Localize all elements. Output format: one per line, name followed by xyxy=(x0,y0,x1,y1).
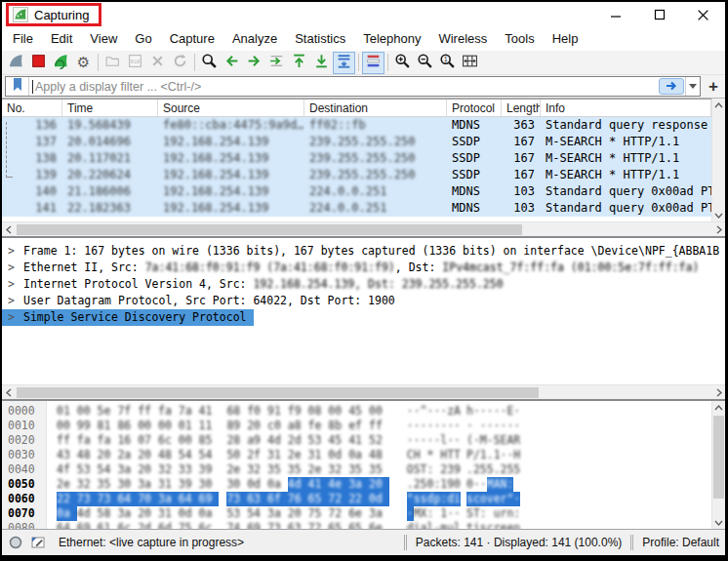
hex-byte[interactable]: 6c xyxy=(199,521,220,529)
hex-byte[interactable]: 20 xyxy=(138,448,158,462)
hex-byte[interactable]: 2d xyxy=(288,433,308,448)
display-filter-box[interactable]: Apply a display filter ... <Ctrl-/> xyxy=(5,76,701,97)
ascii-char[interactable]: . xyxy=(494,462,501,477)
ascii-char[interactable]: · xyxy=(494,404,501,419)
hex-byte[interactable]: 86 xyxy=(117,419,138,433)
ascii-char[interactable]: 5 xyxy=(513,462,520,477)
ascii-char[interactable]: · xyxy=(513,419,520,433)
ascii-char[interactable]: d xyxy=(407,521,414,529)
menu-item-file[interactable]: File xyxy=(4,27,42,51)
hex-byte[interactable]: 73 xyxy=(267,521,288,529)
hex-byte[interactable]: 22 xyxy=(348,492,369,506)
ascii-char[interactable]: S xyxy=(466,506,473,521)
ascii-char[interactable]: · xyxy=(494,419,501,433)
hex-row[interactable]: 00502e3235303a313930300d0a4d414e3a20.250… xyxy=(2,477,520,492)
go-to-bottom-button[interactable] xyxy=(310,52,333,74)
start-capture-button[interactable] xyxy=(5,52,27,74)
hex-byte[interactable]: 3a xyxy=(267,506,288,521)
hex-byte[interactable]: fa xyxy=(158,404,179,419)
ascii-char[interactable]: ( xyxy=(466,433,473,448)
hex-byte[interactable]: 81 xyxy=(98,419,118,433)
ascii-char[interactable]: 1 xyxy=(494,448,501,462)
ascii-char[interactable]: · xyxy=(466,419,473,433)
hex-byte[interactable]: 6c xyxy=(158,433,179,448)
scroll-thumb[interactable] xyxy=(17,224,522,235)
hex-byte[interactable]: 35 xyxy=(267,462,288,477)
hex-byte[interactable]: 31 xyxy=(158,506,179,521)
ascii-char[interactable]: · xyxy=(513,404,520,419)
hex-byte[interactable]: 64 xyxy=(117,492,138,506)
hex-byte[interactable]: c0 xyxy=(267,419,288,433)
find-packet-button[interactable] xyxy=(198,52,221,74)
hex-byte[interactable]: 20 xyxy=(369,477,389,492)
close-button[interactable] xyxy=(681,2,725,27)
hex-byte[interactable]: 4d xyxy=(267,433,288,448)
ascii-char[interactable]: · xyxy=(454,433,461,448)
go-back-button[interactable] xyxy=(221,52,243,74)
ascii-char[interactable]: P xyxy=(466,448,473,462)
ascii-char[interactable]: · xyxy=(487,419,494,433)
hex-byte[interactable]: 54 xyxy=(247,506,267,521)
hex-byte[interactable]: 3a xyxy=(348,477,369,492)
ascii-char[interactable]: · xyxy=(480,404,487,419)
hex-byte[interactable]: 61 xyxy=(98,521,118,529)
ascii-char[interactable]: · xyxy=(473,404,480,419)
hex-byte[interactable]: 76 xyxy=(288,492,308,506)
hex-byte[interactable]: f0 xyxy=(247,404,267,419)
detail-line[interactable]: >User Datagram Protocol, Src Port: 64022… xyxy=(2,293,725,309)
hex-byte[interactable]: 75 xyxy=(179,521,199,529)
hex-byte[interactable]: 45 xyxy=(348,404,369,419)
ascii-char[interactable]: · xyxy=(414,433,421,448)
filter-apply-button[interactable] xyxy=(659,78,684,95)
expander-icon[interactable]: > xyxy=(8,276,23,293)
ascii-char[interactable]: * xyxy=(426,448,433,462)
bytes-vscrollbar[interactable] xyxy=(711,401,725,529)
hex-byte[interactable]: 00 xyxy=(57,419,77,433)
auto-scroll-button[interactable] xyxy=(333,52,355,74)
hex-byte[interactable]: 08 xyxy=(308,404,329,419)
ascii-char[interactable]: s xyxy=(466,492,473,506)
hex-byte[interactable]: 20 xyxy=(138,462,158,477)
hex-byte[interactable]: 2a xyxy=(117,448,138,462)
capture-comment-button[interactable] xyxy=(30,535,46,550)
hex-byte[interactable]: 41 xyxy=(199,404,220,419)
hex-byte[interactable]: 52 xyxy=(369,433,389,448)
hex-byte[interactable]: 2e xyxy=(226,462,247,477)
hex-byte[interactable]: 65 xyxy=(308,492,329,506)
hex-byte[interactable]: 4f xyxy=(57,462,77,477)
filter-add-button[interactable]: + xyxy=(705,77,722,97)
hex-byte[interactable]: 32 xyxy=(77,477,98,492)
scroll-thumb[interactable] xyxy=(17,387,539,398)
hex-byte[interactable]: 30 xyxy=(226,477,247,492)
hex-byte[interactable]: 7f xyxy=(117,404,138,419)
hex-byte[interactable]: ef xyxy=(348,419,369,433)
packet-row[interactable]: 14021.186006192.168.254.139224.0.0.251MD… xyxy=(2,183,711,200)
ascii-char[interactable]: · xyxy=(407,433,414,448)
hex-byte[interactable]: 01 xyxy=(57,404,77,419)
ascii-char[interactable]: n xyxy=(513,521,520,529)
hex-byte[interactable]: 41 xyxy=(348,433,369,448)
menu-item-capture[interactable]: Capture xyxy=(161,27,223,51)
hex-byte[interactable]: 16 xyxy=(117,433,138,448)
details-hscrollbar[interactable] xyxy=(2,384,725,399)
ascii-char[interactable]: i xyxy=(454,492,461,506)
hex-byte[interactable]: 65 xyxy=(328,521,348,529)
ascii-char[interactable]: · xyxy=(414,404,421,419)
close-file-button[interactable] xyxy=(146,52,169,74)
ascii-char[interactable]: 5 xyxy=(480,462,487,477)
ascii-char[interactable]: l xyxy=(454,521,461,529)
hex-byte[interactable]: 00 xyxy=(179,433,199,448)
hex-byte[interactable]: 58 xyxy=(98,506,118,521)
hex-byte[interactable]: 69 xyxy=(199,492,220,506)
go-to-packet-button[interactable] xyxy=(265,52,288,74)
hex-byte[interactable]: 43 xyxy=(57,448,77,462)
ascii-char[interactable]: c xyxy=(473,492,480,506)
profile-status[interactable]: Profile: Default xyxy=(642,536,719,549)
ascii-char[interactable]: o xyxy=(480,492,487,506)
hex-row[interactable]: 000001005e7ffffa7a4168f091f908004500··^·… xyxy=(2,404,520,419)
scroll-left-icon[interactable] xyxy=(2,223,15,236)
hex-byte[interactable]: 00 xyxy=(158,419,179,433)
hex-byte[interactable]: 22 xyxy=(57,492,77,506)
hex-byte[interactable]: 20 xyxy=(138,506,158,521)
expander-icon[interactable]: > xyxy=(8,309,23,326)
